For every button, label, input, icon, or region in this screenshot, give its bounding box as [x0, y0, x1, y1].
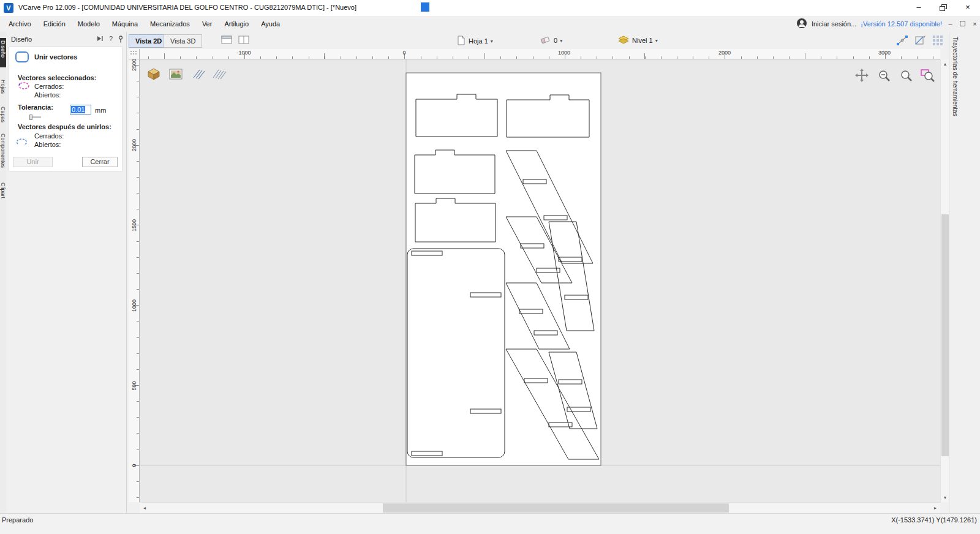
menu-mecanizados[interactable]: Mecanizados — [144, 17, 196, 31]
smart-snap-icon[interactable] — [914, 34, 927, 48]
side-tab-hojas[interactable]: Hojas — [0, 77, 6, 96]
pin-icon[interactable] — [116, 35, 126, 43]
chevron-down-icon: ▾ — [491, 39, 493, 44]
cursor-coordinates: X(-1533.3741) Y(1479.1261) — [891, 516, 977, 524]
main-area: Diseño Hojas Capas Componentes Clipart D… — [0, 32, 980, 513]
close-button[interactable]: × — [956, 0, 980, 16]
toolpaths-tab-strip: Trayectorias de herramientas — [949, 32, 980, 513]
sheet-icon — [456, 35, 466, 47]
collapse-panel-icon[interactable] — [95, 35, 105, 43]
h-ruler-label: -1000 — [236, 50, 251, 56]
join-vectors-icon — [14, 50, 30, 65]
zoom-to-selection-icon[interactable] — [920, 68, 937, 84]
vcarve-window: V VCarve Pro 12.009 - [COMUNIDAD UNIVERS… — [0, 0, 980, 534]
help-icon[interactable]: ? — [106, 35, 116, 43]
material-sheet[interactable] — [406, 73, 601, 465]
vertical-ruler: 2500 2000 1500 1000 500 0 — [129, 59, 140, 502]
panel-title: Diseño — [11, 36, 32, 43]
v-ruler-label: 1500 — [131, 219, 137, 231]
h-ruler-label: 1000 — [558, 50, 570, 56]
close-dialog-button[interactable]: Cerrar — [82, 157, 118, 167]
menu-edicion[interactable]: Edición — [37, 17, 72, 31]
zoom-out-icon[interactable] — [877, 69, 894, 85]
status-text: Preparado — [2, 516, 33, 524]
vertical-scrollbar[interactable]: ▴ ▾ — [940, 59, 949, 502]
menu-ayuda[interactable]: Ayuda — [255, 17, 286, 31]
menu-bar: Archivo Edición Modelo Máquina Mecanizad… — [0, 16, 980, 32]
tab-vista-2d[interactable]: Vista 2D — [129, 34, 168, 48]
closed-label: Cerrados: — [34, 83, 64, 90]
single-view-layout-icon[interactable] — [221, 34, 233, 47]
scroll-down-button[interactable]: ▾ — [941, 493, 949, 502]
panel-restore-button[interactable] — [959, 20, 967, 28]
scroll-left-button[interactable]: ◂ — [140, 503, 149, 513]
open-vectors-icon — [15, 137, 29, 148]
menu-ver[interactable]: Ver — [196, 17, 219, 31]
blue-badge-icon — [421, 2, 429, 12]
closed-vectors-icon — [17, 81, 31, 92]
ruler-corner — [129, 49, 140, 59]
panel-minimize-button[interactable]: – — [946, 20, 954, 28]
side-tab-capas[interactable]: Capas — [0, 104, 6, 125]
restore-button[interactable] — [931, 0, 956, 16]
pan-view-icon[interactable] — [854, 68, 871, 84]
after-open-label: Abiertos: — [34, 141, 61, 148]
join-vectors-dialog: Unir vectores Vectores seleccionados: Ce… — [9, 47, 123, 171]
tolerance-input[interactable]: 0.01 — [70, 105, 91, 115]
horizontal-scroll-thumb[interactable] — [383, 503, 729, 513]
sheet-selector[interactable]: Hoja 1 ▾ — [456, 35, 493, 47]
v-ruler-label: 0 — [131, 464, 137, 467]
slider-thumb[interactable] — [29, 115, 32, 120]
material-block-icon[interactable] — [146, 67, 163, 83]
cross-hatch-fill-icon[interactable] — [211, 67, 228, 83]
drawing-canvas[interactable] — [140, 59, 940, 502]
h-ruler-label: 0 — [402, 50, 405, 56]
horizontal-ruler: -1000 0 1000 2000 3000 — [140, 49, 940, 59]
chevron-down-icon: ▾ — [560, 38, 562, 43]
eraser-selector[interactable]: 0 ▾ — [539, 35, 562, 46]
level-selector[interactable]: Nivel 1 ▾ — [617, 35, 658, 46]
zoom-in-icon[interactable] — [899, 69, 916, 85]
after-join-heading: Vectores después de unirlos: — [18, 123, 111, 130]
menu-archivo[interactable]: Archivo — [2, 17, 37, 31]
preview-image-icon[interactable] — [168, 67, 185, 83]
split-view-layout-icon[interactable] — [238, 34, 250, 47]
menu-artilugio[interactable]: Artilugio — [218, 17, 255, 31]
side-tab-trayectorias[interactable]: Trayectorias de herramientas — [952, 37, 959, 116]
tolerance-label: Tolerancia: — [18, 103, 53, 111]
scroll-right-button[interactable]: ▸ — [930, 503, 940, 513]
vertical-scroll-thumb[interactable] — [941, 214, 949, 456]
scroll-up-button[interactable]: ▴ — [941, 59, 949, 69]
menu-maquina[interactable]: Máquina — [106, 17, 144, 31]
view-toolbar: Vista 2D Vista 3D Hoja 1 ▾ 0 ▾ — [127, 32, 949, 49]
tolerance-value: 0.01 — [71, 106, 85, 113]
v-ruler-label: 2500 — [131, 59, 137, 71]
snap-geometry-icon[interactable] — [895, 34, 909, 48]
tolerance-unit: mm — [95, 107, 106, 114]
snap-grid-icon[interactable] — [931, 34, 944, 48]
tab-vista-3d[interactable]: Vista 3D — [164, 34, 202, 48]
user-icon — [796, 18, 807, 30]
sign-in-link[interactable]: Iniciar sesión... — [812, 20, 856, 28]
level-icon — [617, 35, 630, 46]
tolerance-slider[interactable] — [30, 116, 41, 118]
version-notice-link[interactable]: ¡Versión 12.507 disponible! — [861, 20, 942, 28]
status-bar: Preparado X(-1533.3741) Y(1479.1261) — [0, 513, 980, 534]
side-tab-clipart[interactable]: Clipart — [0, 180, 6, 201]
h-ruler-label: 2000 — [718, 50, 731, 56]
v-ruler-label: 1000 — [131, 299, 137, 312]
app-logo-icon: V — [4, 3, 13, 13]
open-label: Abiertos: — [34, 91, 61, 99]
minimize-button[interactable]: – — [907, 0, 931, 16]
menu-modelo[interactable]: Modelo — [72, 17, 106, 31]
after-closed-label: Cerrados: — [34, 132, 64, 140]
panel-close-button[interactable]: × — [971, 20, 979, 28]
v-ruler-label: 2000 — [131, 139, 137, 151]
v-ruler-label: 500 — [131, 381, 137, 390]
side-tab-diseno[interactable]: Diseño — [0, 38, 6, 67]
join-button[interactable]: Unir — [13, 157, 53, 167]
chevron-down-icon: ▾ — [655, 38, 658, 43]
side-tab-componentes[interactable]: Componentes — [0, 131, 6, 170]
horizontal-scrollbar[interactable]: ◂ ▸ — [140, 502, 940, 513]
hatch-fill-icon[interactable] — [190, 67, 207, 83]
